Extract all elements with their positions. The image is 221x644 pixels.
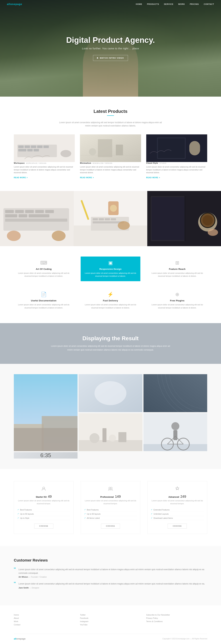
product-card-1: Workspace WORKSPACE / DESIGN Lorem ipsum… (14, 134, 75, 179)
feature-desc-docs: Lorem ipsum dolor sit amet consectetur a… (17, 303, 70, 309)
reach-icon: ⊞ (151, 260, 204, 266)
professional-icon (84, 486, 137, 492)
feature-desc-reach: Lorem ipsum dolor sit amet consectetur a… (151, 272, 204, 278)
title-divider (107, 116, 114, 116)
footer-link-about[interactable]: About (14, 617, 75, 619)
svg-rect-40 (111, 218, 116, 220)
feature-title-docs: Useful Documentation (17, 299, 70, 302)
footer-youtube[interactable]: YouTube (80, 624, 141, 626)
svg-point-72 (109, 434, 116, 442)
product-card-3: Cleant Style STUDIO Lorem ipsum dolor si… (146, 134, 207, 179)
feature-desc-responsive: Lorem ipsum dolor sit amet consectetur a… (84, 272, 137, 278)
product-1-read-more[interactable]: READ MORE > (14, 177, 28, 178)
footer-link-work[interactable]: Work (14, 620, 75, 622)
docs-icon: 📄 (17, 292, 70, 297)
product-3-desc: Lorem ipsum dolor sit amet consectetur a… (146, 166, 207, 174)
photo-strip (0, 191, 221, 246)
nav-contact[interactable]: Contact (204, 3, 214, 5)
footer-copyright: Copyright © 2023 Emonepage.com — All Rig… (162, 638, 207, 640)
professional-choose-button[interactable]: CHOOSE (101, 524, 120, 528)
gallery-item-person-bike (143, 413, 207, 451)
svg-rect-27 (45, 210, 54, 213)
starter-desc: Lorem ipsum dolor sit amet consectetur a… (18, 499, 70, 505)
footer-newsletter-title[interactable]: Subscribe to Our Newsletter (146, 614, 207, 616)
professional-features: ✓Best Features ✓Up to 60 layouts ✓All It… (84, 508, 137, 520)
products-section: Latest Products Lorem ipsum sit amet con… (0, 96, 221, 191)
footer: Home About Work Contact Twitter Facebook… (0, 605, 221, 644)
product-2-read-more[interactable]: READ MORE > (80, 177, 94, 178)
hero-cta-button[interactable]: WATCH INTRO VIDEO (93, 55, 128, 61)
footer-link-contact[interactable]: Contact (14, 624, 75, 626)
testimonial-1-text: Lorem ipsum dolor sit amet consectetur a… (19, 568, 207, 575)
svg-rect-6 (43, 146, 49, 148)
svg-rect-26 (35, 210, 44, 213)
nav-products[interactable]: Products (147, 3, 159, 5)
svg-rect-38 (99, 218, 104, 220)
svg-point-45 (118, 221, 130, 230)
responsive-icon: ▣ (84, 260, 137, 266)
starter-feature-2: ✓Up to 50 layouts (18, 512, 70, 516)
svg-rect-2 (18, 146, 24, 148)
svg-rect-24 (15, 210, 24, 213)
feature-card-plugins: ⊕ Free Plugins Lorem ipsum dolor sit ame… (147, 288, 207, 313)
product-image-2 (80, 134, 141, 162)
footer-facebook[interactable]: Facebook (80, 617, 141, 619)
svg-rect-5 (37, 146, 43, 148)
testimonial-1-author: Art Wision — Founder / Creative (19, 576, 207, 578)
advanced-choose-button[interactable]: CHOOSE (168, 524, 187, 528)
svg-rect-77 (173, 430, 177, 440)
advanced-feature-1: ✓Extended Features (151, 508, 203, 512)
testimonial-1-content: Lorem ipsum dolor sit amet consectetur a… (19, 568, 207, 578)
logo-main: onepage (10, 2, 22, 6)
gallery-item-clock: 6:35 (14, 452, 78, 458)
svg-rect-7 (18, 149, 27, 152)
testimonial-2-text: Lorem ipsum dolor sit amet consectetur a… (19, 582, 205, 586)
product-1-category: WORKSPACE / DESIGN (26, 162, 47, 164)
advanced-feature-2: ✓Unlimited Layouts (151, 512, 203, 516)
svg-rect-14 (116, 145, 123, 156)
testimonial-2: " Lorem ipsum dolor sit amet consectetur… (14, 582, 207, 588)
feature-card-responsive: ▣ Responsive Design Lorem ipsum dolor si… (81, 256, 141, 281)
svg-rect-23 (5, 210, 14, 213)
svg-rect-30 (29, 214, 49, 217)
footer-instagram[interactable]: Instagram (80, 620, 141, 622)
starter-features: ✓Best Features ✓Up to 50 layouts ✓Up to … (18, 508, 70, 520)
product-image-3 (146, 134, 207, 162)
product-3-read-more[interactable]: READ MORE > (146, 177, 160, 178)
feature-title-coding: Art Of Coding (17, 268, 70, 270)
feature-desc-plugins: Lorem ipsum dolor sit amet consectetur a… (151, 303, 204, 309)
advanced-feature-3: ✓Download Latest Items (151, 516, 203, 520)
brand-logo[interactable]: allonepage (7, 2, 22, 6)
svg-rect-8 (27, 149, 33, 152)
svg-rect-28 (5, 214, 17, 217)
feature-card-coding: ⌨ Art Of Coding Lorem ipsum dolor sit am… (14, 256, 74, 281)
pricing-card-starter: Starter Kit 49 Lorem ipsum dolor sit ame… (14, 481, 74, 534)
svg-point-32 (7, 231, 21, 241)
svg-point-85 (111, 487, 112, 489)
starter-choose-button[interactable]: CHOOSE (34, 524, 53, 528)
nav-pricing[interactable]: Pricing (190, 3, 199, 5)
svg-point-54 (208, 229, 218, 236)
nav-service[interactable]: Service (164, 3, 173, 5)
product-2-name: Minimalism (80, 162, 91, 164)
product-3-category: STUDIO (159, 162, 166, 164)
strip-image-keyboard (0, 191, 74, 246)
features-section: ⌨ Art Of Coding Lorem ipsum dolor sit am… (0, 246, 221, 323)
pricing-section: Starter Kit 49 Lorem ipsum dolor sit ame… (0, 469, 221, 546)
gallery-item-objects (79, 413, 142, 451)
footer-privacy[interactable]: Privacy Policy (146, 617, 207, 619)
nav-home[interactable]: Home (136, 3, 142, 5)
nav-work[interactable]: Work (178, 3, 185, 5)
svg-point-61 (95, 381, 127, 405)
footer-terms[interactable]: Terms & Conditions (146, 620, 207, 622)
products-grid: Workspace WORKSPACE / DESIGN Lorem ipsum… (14, 134, 207, 179)
strip-photo-1 (0, 191, 74, 246)
starter-icon (18, 486, 70, 492)
strip-photo-2 (74, 191, 147, 246)
footer-twitter[interactable]: Twitter (80, 614, 141, 616)
coding-icon: ⌨ (17, 260, 70, 266)
svg-point-76 (171, 422, 179, 430)
svg-rect-15 (89, 148, 96, 156)
gallery-item-sky (14, 374, 78, 451)
footer-link-home[interactable]: Home (14, 614, 75, 616)
